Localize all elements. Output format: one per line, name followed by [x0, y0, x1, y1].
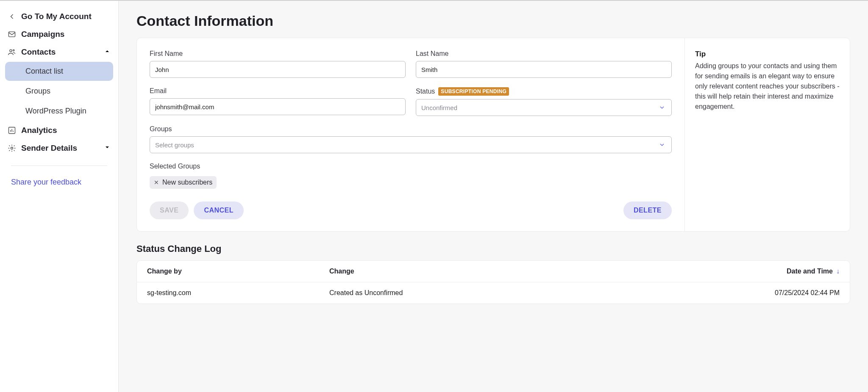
- svg-point-2: [13, 50, 14, 51]
- remove-chip-icon[interactable]: ✕: [154, 179, 159, 186]
- back-to-account[interactable]: Go To My Account: [3, 8, 115, 25]
- sidebar-item-contacts[interactable]: Contacts: [3, 43, 115, 61]
- first-name-label: First Name: [150, 50, 406, 58]
- status-select[interactable]: Unconfirmed: [416, 99, 672, 116]
- mail-icon: [8, 30, 16, 39]
- first-name-field-group: First Name: [150, 50, 406, 78]
- cancel-button[interactable]: CANCEL: [194, 202, 244, 219]
- sidebar-item-analytics[interactable]: Analytics: [3, 121, 115, 139]
- sidebar-sub-wp-plugin[interactable]: WordPress Plugin: [5, 102, 113, 121]
- gear-icon: [8, 144, 16, 152]
- back-label: Go To My Account: [21, 12, 92, 21]
- last-name-input[interactable]: [416, 61, 672, 78]
- status-field-group: Status SUBSCRIPTION PENDING Unconfirmed: [416, 87, 672, 116]
- tip-title: Tip: [695, 50, 840, 58]
- save-button[interactable]: SAVE: [150, 202, 189, 219]
- chart-icon: [8, 126, 16, 135]
- cell-change: Created as Unconfirmed: [329, 289, 729, 297]
- delete-button[interactable]: DELETE: [623, 202, 672, 219]
- svg-point-1: [10, 50, 12, 52]
- tip-panel: Tip Adding groups to your contacts and u…: [684, 38, 850, 231]
- chevron-down-icon: [104, 144, 111, 153]
- sidebar-sub-label: Contact list: [25, 67, 63, 75]
- cell-change-by: sg-testing.com: [147, 289, 329, 297]
- svg-point-4: [11, 147, 13, 149]
- email-input[interactable]: [150, 98, 406, 115]
- group-chip: ✕ New subscribers: [150, 176, 217, 189]
- sidebar-item-label: Contacts: [21, 47, 56, 57]
- email-field-group: Email: [150, 87, 406, 116]
- chip-label: New subscribers: [162, 179, 212, 186]
- sidebar-sub-label: WordPress Plugin: [25, 107, 86, 115]
- selected-groups-group: Selected Groups ✕ New subscribers: [150, 163, 672, 189]
- main-content: Contact Information First Name Last Name: [119, 1, 868, 392]
- svg-rect-0: [9, 32, 15, 37]
- chevron-down-icon: [658, 103, 666, 112]
- chevron-down-icon: [658, 141, 666, 149]
- sidebar-item-campaigns[interactable]: Campaigns: [3, 25, 115, 43]
- arrow-left-icon: [8, 12, 16, 21]
- page-title: Contact Information: [136, 13, 850, 29]
- form-actions: SAVE CANCEL DELETE: [150, 202, 672, 219]
- first-name-input[interactable]: [150, 61, 406, 78]
- status-log-table: Change by Change Date and Time ↓ sg-test…: [136, 260, 850, 304]
- groups-label: Groups: [150, 125, 672, 133]
- col-change-by[interactable]: Change by: [147, 268, 329, 275]
- feedback-label: Share your feedback: [11, 178, 81, 186]
- chevron-up-icon: [104, 47, 111, 57]
- cell-date-time: 07/25/2024 02:44 PM: [729, 289, 840, 297]
- email-label: Email: [150, 87, 406, 95]
- log-section-title: Status Change Log: [136, 243, 850, 254]
- sidebar-item-sender-details[interactable]: Sender Details: [3, 139, 115, 157]
- divider: [11, 166, 107, 166]
- tip-body: Adding groups to your contacts and using…: [695, 61, 840, 112]
- last-name-field-group: Last Name: [416, 50, 672, 78]
- status-label-text: Status: [416, 88, 435, 95]
- status-badge: SUBSCRIPTION PENDING: [438, 87, 509, 96]
- sidebar: Go To My Account Campaigns Contacts Cont…: [0, 1, 119, 392]
- sidebar-sub-label: Groups: [25, 87, 50, 95]
- sort-desc-icon: ↓: [836, 268, 840, 275]
- contact-form: First Name Last Name Email: [137, 38, 684, 231]
- sidebar-item-label: Analytics: [21, 126, 57, 135]
- table-row: sg-testing.com Created as Unconfirmed 07…: [137, 282, 850, 304]
- share-feedback-link[interactable]: Share your feedback: [3, 174, 115, 190]
- col-date-time-label: Date and Time: [787, 268, 833, 275]
- groups-select[interactable]: Select groups: [150, 136, 672, 153]
- people-icon: [8, 48, 16, 56]
- col-change[interactable]: Change: [329, 268, 729, 275]
- sidebar-sub-contact-list[interactable]: Contact list: [5, 62, 113, 81]
- selected-groups-label: Selected Groups: [150, 163, 672, 170]
- col-date-time[interactable]: Date and Time ↓: [729, 268, 840, 275]
- sidebar-sub-groups[interactable]: Groups: [5, 82, 113, 101]
- groups-field-group: Groups Select groups: [150, 125, 672, 153]
- selected-groups-chips: ✕ New subscribers: [150, 176, 672, 189]
- sidebar-item-label: Sender Details: [21, 144, 77, 153]
- last-name-label: Last Name: [416, 50, 672, 58]
- sidebar-item-label: Campaigns: [21, 30, 64, 39]
- groups-placeholder: Select groups: [155, 141, 658, 149]
- status-label: Status SUBSCRIPTION PENDING: [416, 87, 672, 96]
- contact-card: First Name Last Name Email: [136, 38, 850, 232]
- table-header-row: Change by Change Date and Time ↓: [137, 261, 850, 282]
- status-select-value: Unconfirmed: [421, 104, 658, 111]
